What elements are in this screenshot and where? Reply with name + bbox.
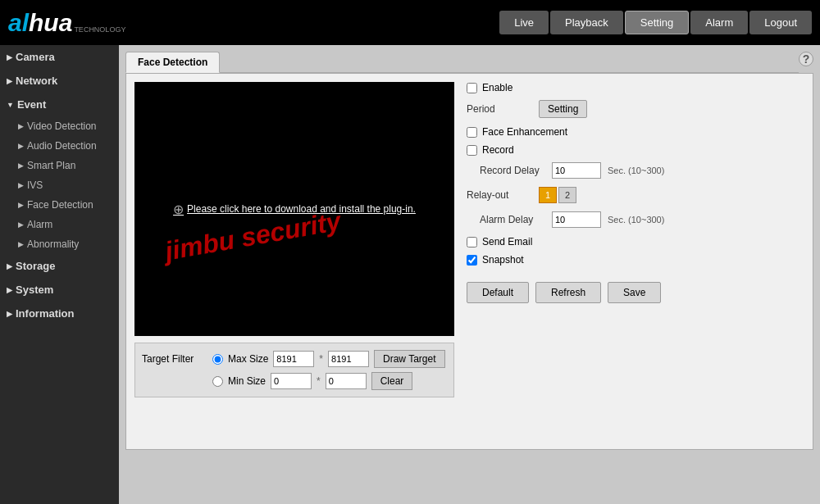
record-delay-row: Record Delay Sec. (10~300) [467, 162, 804, 179]
main-panel: ⊕ Please click here to download and inst… [125, 73, 813, 450]
sidebar-item-alarm[interactable]: Alarm [0, 215, 119, 234]
content-area: Face Detection ? ⊕ Please click here to … [119, 45, 820, 504]
system-arrow [7, 286, 12, 294]
video-box: ⊕ Please click here to download and inst… [134, 82, 454, 336]
record-delay-input[interactable] [552, 162, 601, 179]
nav-live[interactable]: Live [499, 11, 549, 34]
sidebar-label-camera: Camera [16, 51, 55, 63]
send-email-checkbox[interactable] [467, 237, 477, 247]
information-arrow [7, 310, 12, 318]
sidebar-label-network: Network [16, 75, 57, 87]
sidebar-item-network[interactable]: Network [0, 69, 119, 93]
min-width-input[interactable] [271, 373, 312, 389]
logo-sub: TECHNOLOGY [74, 25, 125, 34]
snapshot-row: Snapshot [467, 254, 804, 266]
camera-arrow [7, 53, 12, 61]
header: alhua TECHNOLOGY Live Playback Setting A… [0, 0, 820, 45]
sidebar-label-abnormality: Abnormality [27, 238, 79, 250]
sidebar-label-smart-plan: Smart Plan [27, 160, 75, 171]
enable-label: Enable [482, 82, 512, 93]
download-icon: ⊕ [173, 202, 184, 217]
relay-btn-2[interactable]: 2 [558, 187, 576, 203]
max-size-radio[interactable] [212, 354, 223, 365]
default-button[interactable]: Default [467, 282, 529, 303]
sidebar-item-system[interactable]: System [0, 278, 119, 302]
sidebar-label-information: Information [16, 307, 75, 320]
sidebar-item-information[interactable]: Information [0, 302, 119, 325]
abnormality-arrow [18, 240, 24, 248]
target-filter-max-row: Target Filter Max Size * Draw Target [142, 350, 447, 368]
sidebar-item-face-detection[interactable]: Face Detection [0, 195, 119, 215]
max-height-input[interactable] [328, 351, 369, 367]
nav-playback[interactable]: Playback [550, 11, 623, 34]
event-arrow [7, 101, 14, 109]
nav-alarm[interactable]: Alarm [690, 11, 748, 34]
face-detection-arrow [18, 201, 24, 209]
record-checkbox[interactable] [467, 145, 477, 156]
sidebar-item-video-detection[interactable]: Video Detection [0, 116, 119, 136]
sidebar-label-face-detection: Face Detection [27, 199, 93, 211]
max-width-input[interactable] [273, 351, 314, 367]
relay-out-row: Relay-out 1 2 [467, 187, 804, 203]
alarm-delay-unit: Sec. (10~300) [608, 215, 664, 225]
alarm-delay-input[interactable] [552, 211, 601, 228]
record-label: Record [482, 144, 514, 156]
enable-row: Enable [467, 82, 804, 93]
help-icon[interactable]: ? [799, 52, 813, 66]
sidebar-item-storage[interactable]: Storage [0, 254, 119, 278]
sidebar-label-storage: Storage [16, 260, 55, 272]
sidebar-item-camera[interactable]: Camera [0, 45, 119, 69]
sidebar-label-system: System [16, 284, 53, 296]
sidebar-item-event[interactable]: Event [0, 93, 119, 116]
face-enhance-label: Face Enhancement [482, 126, 567, 138]
max-size-label: Max Size [228, 353, 268, 365]
clear-button[interactable]: Clear [371, 372, 413, 390]
send-email-label: Send Email [482, 236, 532, 247]
video-plugin-message[interactable]: ⊕ Please click here to download and inst… [173, 202, 416, 217]
logo-text: alhua [8, 9, 72, 37]
target-filter: Target Filter Max Size * Draw Target Min… [134, 343, 454, 397]
action-buttons: Default Refresh Save [467, 282, 804, 303]
relay-btn-1[interactable]: 1 [539, 187, 557, 203]
face-enhance-row: Face Enhancement [467, 126, 804, 138]
enable-checkbox[interactable] [467, 83, 477, 93]
alarm-arrow [18, 220, 24, 229]
min-size-label: Min Size [228, 375, 266, 387]
face-enhance-checkbox[interactable] [467, 127, 477, 138]
nav-logout[interactable]: Logout [749, 11, 812, 34]
smart-plan-arrow [18, 161, 24, 170]
ivs-arrow [18, 181, 24, 189]
record-row: Record [467, 144, 804, 156]
storage-arrow [7, 262, 12, 270]
tab-bar: Face Detection ? [125, 52, 813, 73]
send-email-row: Send Email [467, 236, 804, 247]
draw-target-button[interactable]: Draw Target [374, 350, 444, 368]
tab-face-detection[interactable]: Face Detection [125, 52, 220, 73]
nav-setting[interactable]: Setting [625, 11, 689, 34]
sidebar-item-abnormality[interactable]: Abnormality [0, 234, 119, 254]
sidebar-item-audio-detection[interactable]: Audio Detection [0, 136, 119, 156]
logo: alhua TECHNOLOGY [8, 9, 125, 37]
alarm-delay-label: Alarm Delay [480, 214, 545, 225]
snapshot-label: Snapshot [482, 254, 524, 266]
refresh-button[interactable]: Refresh [535, 282, 601, 303]
nav-buttons: Live Playback Setting Alarm Logout [499, 11, 812, 34]
period-setting-button[interactable]: Setting [539, 100, 587, 118]
sidebar-label-ivs: IVS [27, 179, 43, 191]
record-delay-unit: Sec. (10~300) [608, 166, 664, 175]
sidebar: Camera Network Event Video Detection Aud… [0, 45, 119, 504]
video-message-text: Please click here to download and instal… [187, 203, 416, 215]
target-filter-label: Target Filter [142, 353, 207, 365]
save-button[interactable]: Save [608, 282, 661, 303]
video-detection-arrow [18, 122, 24, 130]
sidebar-label-video-detection: Video Detection [27, 120, 97, 132]
sidebar-item-ivs[interactable]: IVS [0, 175, 119, 195]
settings-section: Enable Period Setting Face Enhancement [462, 82, 804, 441]
sidebar-item-smart-plan[interactable]: Smart Plan [0, 156, 119, 175]
snapshot-checkbox[interactable] [467, 255, 477, 266]
main-layout: Camera Network Event Video Detection Aud… [0, 45, 820, 504]
min-height-input[interactable] [326, 373, 367, 389]
sidebar-label-alarm: Alarm [27, 219, 52, 230]
min-size-radio[interactable] [212, 376, 223, 387]
network-arrow [7, 77, 12, 85]
